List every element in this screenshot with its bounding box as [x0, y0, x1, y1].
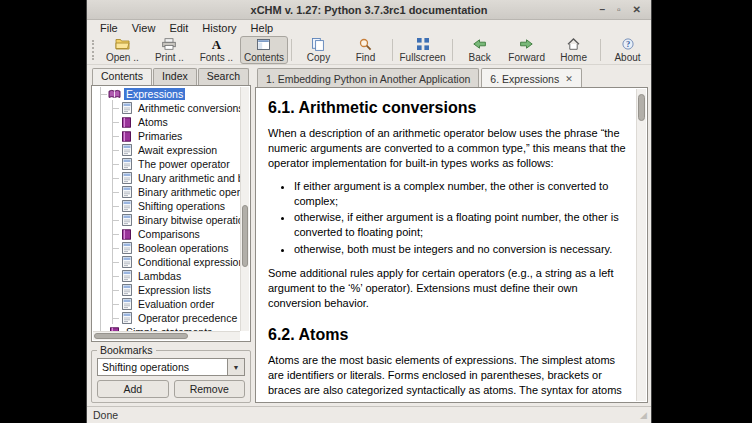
- doc-icon: [120, 172, 133, 184]
- tree-item-the-power-operator[interactable]: The power operator: [93, 157, 240, 171]
- section-heading-6-2-atoms: 6.2. Atoms: [268, 324, 626, 345]
- document-tab-1-embedding-python-in-another-application[interactable]: 1. Embedding Python in Another Applicati…: [257, 68, 479, 87]
- toolbar-button-label: Fullscreen: [400, 52, 446, 63]
- tree-item-label: Evaluation order: [136, 298, 216, 310]
- tree-item-operator-precedence[interactable]: Operator precedence: [93, 311, 240, 325]
- tree-horizontal-scrollbar[interactable]: [93, 331, 240, 340]
- tree-item-label: Comparisons: [136, 228, 202, 240]
- find-button[interactable]: Find: [342, 36, 389, 64]
- tree-item-conditional-expressions[interactable]: Conditional expressions: [93, 255, 240, 269]
- document-tab-label: 1. Embedding Python in Another Applicati…: [266, 73, 470, 85]
- menu-bar: FileViewEditHistoryHelp: [87, 20, 651, 35]
- toolbar-button-label: Copy: [307, 52, 330, 63]
- document-area: 1. Embedding Python in Another Applicati…: [255, 68, 648, 403]
- tree-connector: [112, 150, 119, 151]
- remove-bookmark-button[interactable]: Remove: [174, 380, 246, 398]
- doc-icon: [120, 144, 133, 156]
- about-button[interactable]: ?About: [604, 36, 651, 64]
- tree-connector: [112, 164, 119, 165]
- tree-item-label: Expression lists: [136, 284, 213, 296]
- tree-item-binary-bitwise-operations[interactable]: Binary bitwise operations: [93, 213, 240, 227]
- toolbar-button-label: Print ..: [155, 52, 184, 63]
- tree-connector: [112, 192, 119, 193]
- menu-help[interactable]: Help: [244, 22, 281, 34]
- tree-item-label: Unary arithmetic and bitwis: [136, 172, 240, 184]
- add-bookmark-button[interactable]: Add: [97, 380, 169, 398]
- tree-connector: [112, 136, 119, 137]
- tree-item-atoms[interactable]: Atoms: [93, 115, 240, 129]
- tree-item-boolean-operations[interactable]: Boolean operations: [93, 241, 240, 255]
- tab-contents[interactable]: Contents: [92, 68, 152, 85]
- tree-item-expressions[interactable]: Expressions: [93, 87, 240, 101]
- menu-edit[interactable]: Edit: [162, 22, 195, 34]
- toolbar-button-label: Open ..: [106, 52, 139, 63]
- copy-button[interactable]: Copy: [295, 36, 342, 64]
- doc-icon: [120, 200, 133, 212]
- print-button[interactable]: Print ..: [146, 36, 193, 64]
- tree-item-primaries[interactable]: Primaries: [93, 129, 240, 143]
- tree-item-unary-arithmetic-and-bitwis[interactable]: Unary arithmetic and bitwis: [93, 171, 240, 185]
- tree-item-expression-lists[interactable]: Expression lists: [93, 283, 240, 297]
- tree-item-label: Boolean operations: [136, 242, 231, 254]
- doc-icon: [120, 312, 133, 324]
- contents-tree-panel: ExpressionsArithmetic conversionsAtomsPr…: [91, 85, 251, 342]
- tree-connector: [112, 122, 119, 123]
- tree-item-label: Shifting operations: [136, 200, 227, 212]
- tree-item-comparisons[interactable]: Comparisons: [93, 227, 240, 241]
- resize-grip-icon[interactable]: ◢: [640, 410, 647, 420]
- document-tab-label: 6. Expressions: [490, 73, 559, 85]
- tree-item-await-expression[interactable]: Await expression: [93, 143, 240, 157]
- tree-vertical-scrollbar[interactable]: [240, 87, 249, 331]
- toolbar-separator: [291, 39, 292, 61]
- toolbar-button-label: Home: [560, 52, 587, 63]
- fullscreen-icon: [417, 38, 429, 51]
- minimize-button[interactable]: –: [600, 5, 606, 15]
- chevron-down-icon[interactable]: ▼: [227, 359, 244, 375]
- doc-icon: [120, 214, 133, 226]
- tree-item-label: Primaries: [136, 130, 184, 142]
- title-bar: xCHM v. 1.27: Python 3.7.3rc1 documentat…: [87, 0, 651, 20]
- book-icon: [120, 131, 133, 142]
- close-button[interactable]: ✕: [633, 5, 641, 15]
- tree-item-evaluation-order[interactable]: Evaluation order: [93, 297, 240, 311]
- bookmarks-buttons: Add Remove: [97, 380, 245, 398]
- menu-file[interactable]: File: [93, 22, 125, 34]
- tree-vertical-scrollbar-thumb[interactable]: [242, 205, 248, 267]
- tree-item-lambdas[interactable]: Lambdas: [93, 269, 240, 283]
- printer-icon: [162, 38, 176, 51]
- toolbar-separator: [452, 39, 453, 61]
- tree-item-arithmetic-conversions[interactable]: Arithmetic conversions: [93, 101, 240, 115]
- toolbar-button-label: Find: [356, 52, 375, 63]
- toolbar-button-label: About: [614, 52, 640, 63]
- document-tab-6-expressions[interactable]: 6. Expressions✕: [481, 68, 581, 87]
- fullscreen-button[interactable]: Fullscreen: [396, 36, 449, 64]
- document-vertical-scrollbar-thumb[interactable]: [638, 94, 645, 121]
- tree-horizontal-scrollbar-thumb[interactable]: [94, 333, 188, 339]
- tab-close-icon[interactable]: ✕: [565, 75, 573, 84]
- home-button[interactable]: Home: [550, 36, 597, 64]
- window-title: xCHM v. 1.27: Python 3.7.3rc1 documentat…: [87, 4, 651, 16]
- copy-icon: [312, 38, 324, 51]
- forward-button[interactable]: Forward: [503, 36, 550, 64]
- back-button[interactable]: Back: [456, 36, 503, 64]
- maximize-button[interactable]: ▫: [617, 5, 621, 15]
- tab-search[interactable]: Search: [198, 68, 249, 85]
- toolbar-drag-handle[interactable]: [92, 40, 95, 60]
- menu-view[interactable]: View: [125, 22, 163, 34]
- tab-index[interactable]: Index: [153, 68, 197, 85]
- open-button[interactable]: Open ..: [99, 36, 146, 64]
- xchm-window: xCHM v. 1.27: Python 3.7.3rc1 documentat…: [86, 0, 652, 423]
- doc-icon: [120, 186, 133, 198]
- contents-icon: [257, 38, 270, 51]
- toolbar-button-label: Back: [469, 52, 491, 63]
- paragraph: Atoms are the most basic elements of exp…: [268, 353, 626, 400]
- menu-history[interactable]: History: [195, 22, 243, 34]
- fonts-button[interactable]: AFonts ..: [193, 36, 240, 64]
- tree-item-binary-arithmetic-operation[interactable]: Binary arithmetic operation: [93, 185, 240, 199]
- bookmarks-combobox[interactable]: Shifting operations ▼: [97, 358, 245, 376]
- toolbar-button-label: Forward: [508, 52, 545, 63]
- doc-icon: [120, 298, 133, 310]
- tree-item-shifting-operations[interactable]: Shifting operations: [93, 199, 240, 213]
- document-vertical-scrollbar[interactable]: [636, 89, 646, 401]
- contents-button[interactable]: Contents: [240, 36, 288, 64]
